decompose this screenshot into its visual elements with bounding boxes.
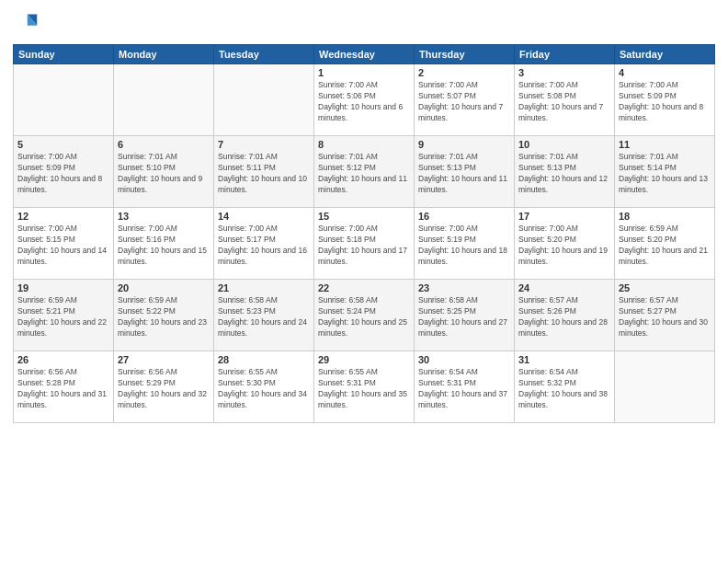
day-info: Sunrise: 6:58 AMSunset: 5:24 PMDaylight:… (318, 295, 410, 339)
day-number: 21 (218, 282, 310, 293)
logo (13, 11, 42, 37)
calendar-cell (214, 64, 314, 136)
calendar-cell (615, 351, 715, 423)
weekday-monday: Monday (114, 45, 214, 64)
calendar-cell: 19Sunrise: 6:59 AMSunset: 5:21 PMDayligh… (14, 280, 114, 351)
day-number: 2 (418, 67, 510, 78)
calendar-cell: 26Sunrise: 6:56 AMSunset: 5:28 PMDayligh… (14, 351, 114, 423)
weekday-tuesday: Tuesday (214, 45, 314, 64)
day-number: 1 (318, 67, 410, 78)
day-info: Sunrise: 7:00 AMSunset: 5:18 PMDaylight:… (318, 224, 410, 268)
day-number: 22 (318, 282, 410, 293)
calendar-cell: 16Sunrise: 7:00 AMSunset: 5:19 PMDayligh… (415, 208, 515, 280)
calendar-cell: 22Sunrise: 6:58 AMSunset: 5:24 PMDayligh… (314, 280, 415, 351)
day-number: 28 (218, 354, 310, 365)
weekday-friday: Friday (515, 45, 615, 64)
calendar-cell: 11Sunrise: 7:01 AMSunset: 5:14 PMDayligh… (615, 136, 715, 208)
day-number: 27 (118, 354, 210, 365)
calendar-cell (14, 64, 114, 136)
day-number: 26 (17, 354, 109, 365)
calendar-cell: 27Sunrise: 6:56 AMSunset: 5:29 PMDayligh… (114, 351, 214, 423)
calendar-week-1: 1Sunrise: 7:00 AMSunset: 5:06 PMDaylight… (14, 64, 715, 136)
calendar-cell: 9Sunrise: 7:01 AMSunset: 5:13 PMDaylight… (415, 136, 515, 208)
day-info: Sunrise: 6:57 AMSunset: 5:27 PMDaylight:… (619, 295, 711, 339)
calendar-cell: 21Sunrise: 6:58 AMSunset: 5:23 PMDayligh… (214, 280, 314, 351)
logo-icon (13, 11, 39, 37)
calendar-cell: 17Sunrise: 7:00 AMSunset: 5:20 PMDayligh… (515, 208, 615, 280)
calendar-cell: 4Sunrise: 7:00 AMSunset: 5:09 PMDaylight… (615, 64, 715, 136)
day-info: Sunrise: 7:00 AMSunset: 5:17 PMDaylight:… (218, 224, 310, 268)
day-number: 18 (619, 211, 711, 222)
calendar-cell: 7Sunrise: 7:01 AMSunset: 5:11 PMDaylight… (214, 136, 314, 208)
day-info: Sunrise: 6:54 AMSunset: 5:32 PMDaylight:… (518, 367, 610, 411)
calendar-cell: 30Sunrise: 6:54 AMSunset: 5:31 PMDayligh… (415, 351, 515, 423)
day-number: 29 (318, 354, 410, 365)
weekday-sunday: Sunday (14, 45, 114, 64)
calendar-week-3: 12Sunrise: 7:00 AMSunset: 5:15 PMDayligh… (14, 208, 715, 280)
day-info: Sunrise: 6:59 AMSunset: 5:21 PMDaylight:… (17, 295, 109, 339)
day-number: 17 (518, 211, 610, 222)
day-number: 20 (118, 282, 210, 293)
page: SundayMondayTuesdayWednesdayThursdayFrid… (0, 0, 728, 563)
weekday-wednesday: Wednesday (314, 45, 415, 64)
day-number: 7 (218, 139, 310, 150)
day-number: 5 (17, 139, 109, 150)
calendar-cell: 6Sunrise: 7:01 AMSunset: 5:10 PMDaylight… (114, 136, 214, 208)
day-number: 15 (318, 211, 410, 222)
calendar-cell: 15Sunrise: 7:00 AMSunset: 5:18 PMDayligh… (314, 208, 415, 280)
day-info: Sunrise: 7:00 AMSunset: 5:19 PMDaylight:… (418, 224, 510, 268)
weekday-thursday: Thursday (415, 45, 515, 64)
calendar-cell: 28Sunrise: 6:55 AMSunset: 5:30 PMDayligh… (214, 351, 314, 423)
day-info: Sunrise: 7:00 AMSunset: 5:15 PMDaylight:… (17, 224, 109, 268)
day-number: 3 (518, 67, 610, 78)
day-info: Sunrise: 6:56 AMSunset: 5:29 PMDaylight:… (118, 367, 210, 411)
calendar-table: SundayMondayTuesdayWednesdayThursdayFrid… (13, 44, 715, 423)
calendar-cell: 2Sunrise: 7:00 AMSunset: 5:07 PMDaylight… (415, 64, 515, 136)
day-info: Sunrise: 6:55 AMSunset: 5:31 PMDaylight:… (318, 367, 410, 411)
day-info: Sunrise: 7:00 AMSunset: 5:07 PMDaylight:… (418, 80, 510, 124)
header (13, 11, 715, 37)
day-info: Sunrise: 7:01 AMSunset: 5:13 PMDaylight:… (518, 152, 610, 196)
day-info: Sunrise: 7:01 AMSunset: 5:11 PMDaylight:… (218, 152, 310, 196)
day-info: Sunrise: 6:54 AMSunset: 5:31 PMDaylight:… (418, 367, 510, 411)
day-info: Sunrise: 7:01 AMSunset: 5:10 PMDaylight:… (118, 152, 210, 196)
day-number: 16 (418, 211, 510, 222)
day-info: Sunrise: 6:58 AMSunset: 5:23 PMDaylight:… (218, 295, 310, 339)
day-number: 14 (218, 211, 310, 222)
day-info: Sunrise: 7:01 AMSunset: 5:13 PMDaylight:… (418, 152, 510, 196)
day-info: Sunrise: 7:00 AMSunset: 5:09 PMDaylight:… (17, 152, 109, 196)
weekday-header-row: SundayMondayTuesdayWednesdayThursdayFrid… (14, 45, 715, 64)
calendar-week-2: 5Sunrise: 7:00 AMSunset: 5:09 PMDaylight… (14, 136, 715, 208)
day-number: 31 (518, 354, 610, 365)
day-info: Sunrise: 6:59 AMSunset: 5:22 PMDaylight:… (118, 295, 210, 339)
day-info: Sunrise: 6:56 AMSunset: 5:28 PMDaylight:… (17, 367, 109, 411)
day-info: Sunrise: 7:01 AMSunset: 5:14 PMDaylight:… (619, 152, 711, 196)
day-info: Sunrise: 7:00 AMSunset: 5:20 PMDaylight:… (518, 224, 610, 268)
calendar-cell: 31Sunrise: 6:54 AMSunset: 5:32 PMDayligh… (515, 351, 615, 423)
calendar-cell: 20Sunrise: 6:59 AMSunset: 5:22 PMDayligh… (114, 280, 214, 351)
day-number: 8 (318, 139, 410, 150)
day-info: Sunrise: 6:57 AMSunset: 5:26 PMDaylight:… (518, 295, 610, 339)
day-info: Sunrise: 6:59 AMSunset: 5:20 PMDaylight:… (619, 224, 711, 268)
day-number: 13 (118, 211, 210, 222)
calendar-cell: 24Sunrise: 6:57 AMSunset: 5:26 PMDayligh… (515, 280, 615, 351)
day-info: Sunrise: 6:58 AMSunset: 5:25 PMDaylight:… (418, 295, 510, 339)
calendar-cell (114, 64, 214, 136)
day-info: Sunrise: 7:00 AMSunset: 5:06 PMDaylight:… (318, 80, 410, 124)
day-number: 24 (518, 282, 610, 293)
day-number: 4 (619, 67, 711, 78)
day-number: 12 (17, 211, 109, 222)
calendar-cell: 23Sunrise: 6:58 AMSunset: 5:25 PMDayligh… (415, 280, 515, 351)
calendar-cell: 1Sunrise: 7:00 AMSunset: 5:06 PMDaylight… (314, 64, 415, 136)
day-number: 6 (118, 139, 210, 150)
calendar-cell: 5Sunrise: 7:00 AMSunset: 5:09 PMDaylight… (14, 136, 114, 208)
calendar-cell: 18Sunrise: 6:59 AMSunset: 5:20 PMDayligh… (615, 208, 715, 280)
calendar-cell: 12Sunrise: 7:00 AMSunset: 5:15 PMDayligh… (14, 208, 114, 280)
day-number: 11 (619, 139, 711, 150)
calendar-cell: 25Sunrise: 6:57 AMSunset: 5:27 PMDayligh… (615, 280, 715, 351)
day-number: 23 (418, 282, 510, 293)
calendar-cell: 8Sunrise: 7:01 AMSunset: 5:12 PMDaylight… (314, 136, 415, 208)
day-number: 9 (418, 139, 510, 150)
day-number: 30 (418, 354, 510, 365)
day-number: 19 (17, 282, 109, 293)
